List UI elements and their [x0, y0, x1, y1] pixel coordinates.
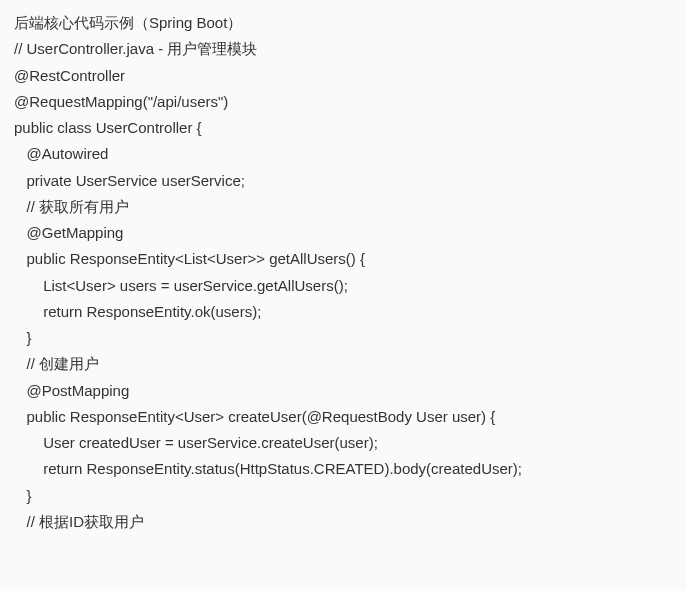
code-block: 后端核心代码示例（Spring Boot） // UserController.… — [14, 10, 673, 535]
code-line: @GetMapping — [14, 220, 673, 246]
code-line: List<User> users = userService.getAllUse… — [14, 273, 673, 299]
code-line: public ResponseEntity<List<User>> getAll… — [14, 246, 673, 272]
code-line: // 创建用户 — [14, 351, 673, 377]
code-line: } — [14, 325, 673, 351]
code-line: // 根据ID获取用户 — [14, 509, 673, 535]
code-line: @PostMapping — [14, 378, 673, 404]
code-line: public class UserController { — [14, 115, 673, 141]
code-line: 后端核心代码示例（Spring Boot） — [14, 10, 673, 36]
code-line: @RequestMapping("/api/users") — [14, 89, 673, 115]
code-line: } — [14, 483, 673, 509]
code-line: @RestController — [14, 63, 673, 89]
code-line: return ResponseEntity.ok(users); — [14, 299, 673, 325]
code-line: User createdUser = userService.createUse… — [14, 430, 673, 456]
code-line: public ResponseEntity<User> createUser(@… — [14, 404, 673, 430]
code-line: private UserService userService; — [14, 168, 673, 194]
code-line: // UserController.java - 用户管理模块 — [14, 36, 673, 62]
code-line: // 获取所有用户 — [14, 194, 673, 220]
code-line: return ResponseEntity.status(HttpStatus.… — [14, 456, 673, 482]
code-line: @Autowired — [14, 141, 673, 167]
